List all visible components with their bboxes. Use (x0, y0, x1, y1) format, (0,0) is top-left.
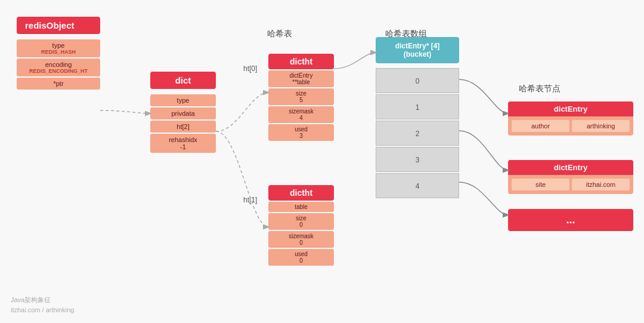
redis-field-ptr: *ptr (17, 78, 100, 90)
dictht1-size: size5 (268, 88, 334, 105)
dict-title: dict (150, 72, 216, 89)
bucket-cells: 0 1 2 3 4 (376, 67, 459, 199)
bucket-title: dictEntry* [4](bucket) (376, 37, 459, 63)
dictentry2-value: itzhai.com (572, 179, 630, 190)
ht1-label: ht[1] (243, 196, 257, 204)
hash-node-label: 哈希表节点 (519, 84, 561, 94)
dict-field-type: type (150, 94, 216, 106)
dictentry1-title: dictEntry (508, 101, 633, 116)
dictht1-sizemask: sizemask4 (268, 106, 334, 123)
dict-fields: type privdata ht[2] rehashidx-1 (150, 93, 216, 154)
ht0-label: ht[0] (243, 64, 257, 73)
dictht1-table: dictEntry**table (268, 70, 334, 87)
dictentry1: dictEntry author arthinking (508, 101, 633, 136)
watermark: Java架构象征 itzhai.com / arthinking (11, 295, 74, 316)
diagram: 哈希表 哈希表数组 哈希表节点 redisObject type REDIS_H… (0, 0, 644, 323)
bucket-cell-2: 2 (376, 121, 459, 146)
dictht1: dictht dictEntry**table size5 sizemask4 … (268, 54, 334, 142)
dictentry2: dictEntry site itzhai.com (508, 160, 633, 194)
bucket-cell-3: 3 (376, 147, 459, 172)
dictht2: dictht table size0 sizemask0 used0 (268, 185, 334, 267)
bucket-cell-4: 4 (376, 173, 459, 198)
redis-field-type: type REDIS_HASH (17, 39, 100, 57)
dictentry1-key: author (512, 120, 569, 132)
redis-object-title: redisObject (17, 17, 100, 34)
dictht2-table: table (268, 202, 334, 212)
dictentry1-value: arthinking (572, 120, 630, 132)
redis-field-encoding: encoding REDIS_ENCODING_HT (17, 59, 100, 76)
dict-field-ht2: ht[2] (150, 121, 216, 133)
redis-object-fields: type REDIS_HASH encoding REDIS_ENCODING_… (17, 38, 100, 91)
dictht2-used: used0 (268, 249, 334, 266)
dictht1-used: used3 (268, 124, 334, 141)
dictht2-sizemask: sizemask0 (268, 231, 334, 248)
dictentry2-title: dictEntry (508, 160, 633, 175)
dict-field-privdata: privdata (150, 107, 216, 119)
bucket-cell-0: 0 (376, 68, 459, 93)
bucket-cell-1: 1 (376, 94, 459, 119)
dict-field-rehashidx: rehashidx-1 (150, 134, 216, 153)
dictht2-size: size0 (268, 213, 334, 230)
dictentry2-key: site (512, 179, 569, 190)
hash-table-label: 哈希表 (267, 29, 292, 39)
dictentry3-ellipsis: ... (508, 209, 633, 231)
